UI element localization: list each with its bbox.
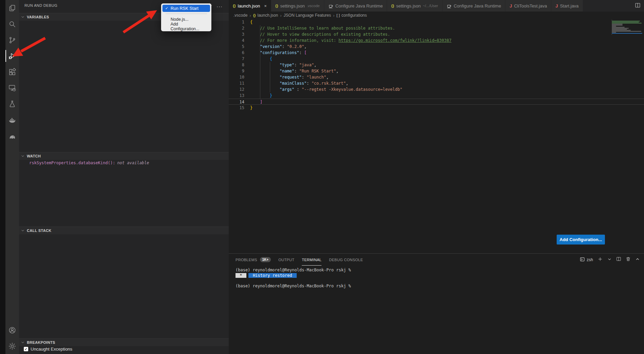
tab-settings-json[interactable]: {}settings.json.vscode (271, 0, 324, 12)
tab-bar-actions (631, 0, 644, 12)
panel-tab-terminal[interactable]: TERMINAL (302, 254, 321, 266)
kill-terminal-icon[interactable] (626, 256, 631, 263)
activity-item-extensions[interactable] (5, 64, 19, 80)
line-number[interactable]: 4 (229, 37, 250, 44)
code-line[interactable]: 9 "name": "Run RSK Start", (229, 68, 644, 74)
section-header-call-stack[interactable]: CALL STACK (19, 226, 229, 234)
tab-clitoolstest-java[interactable]: JCliToolsTest.java (505, 0, 551, 12)
code-line[interactable]: 7 { (229, 56, 644, 62)
debug-config-menu: ✓Run RSK StartNode.js...Add Configuratio… (161, 3, 211, 31)
tab-launch-json[interactable]: {}launch.json× (229, 0, 271, 12)
line-number[interactable]: 7 (229, 56, 250, 62)
breadcrumb-item[interactable]: [ ]configurations (336, 13, 367, 18)
split-terminal-icon[interactable] (616, 256, 621, 263)
line-number[interactable]: 5 (229, 44, 250, 50)
line-number[interactable]: 11 (229, 80, 250, 86)
activity-item-run-and-debug[interactable] (5, 48, 19, 64)
section-label: BREAKPOINTS (27, 340, 55, 344)
chevron-down-icon (21, 229, 25, 233)
gradle-icon (8, 132, 16, 140)
terminal-dropdown-chevron-icon[interactable] (607, 257, 612, 263)
activity-item-account[interactable] (5, 322, 19, 338)
activity-item-settings-gear[interactable] (5, 338, 19, 354)
code-line[interactable]: 4 // For more information, visit: https:… (229, 37, 644, 44)
code-line[interactable]: 5 "version": "0.2.0", (229, 44, 644, 50)
bottom-panel: PROBLEMS1K+OUTPUTTERMINALDEBUG CONSOLE z… (229, 253, 644, 354)
line-number[interactable]: 15 (229, 105, 250, 111)
code-line[interactable]: 6 "configurations": [ (229, 50, 644, 56)
menu-item-add-configuration[interactable]: Add Configuration... (162, 23, 210, 30)
line-number[interactable]: 6 (229, 50, 250, 56)
section-label: CALL STACK (27, 229, 51, 233)
close-icon[interactable]: × (264, 3, 267, 9)
panel-tab-debug-console[interactable]: DEBUG CONSOLE (329, 254, 363, 266)
terminal-shell-chip[interactable]: zsh (580, 257, 593, 263)
activity-bar-bottom (5, 322, 19, 354)
tabs: {}launch.json×{}settings.json.vscodeConf… (229, 0, 583, 12)
line-number[interactable]: 14 (229, 99, 250, 104)
minimap[interactable] (612, 19, 642, 37)
file-icon-braces: {} (233, 4, 236, 8)
add-configuration-button[interactable]: Add Configuration... (557, 235, 605, 245)
activity-item-docker[interactable] (5, 112, 19, 128)
breadcrumb-item[interactable]: JSON Language Features (284, 13, 331, 18)
code-line[interactable]: 1{ (229, 19, 644, 25)
watch-expression-row[interactable]: rskSystemProperties.databaseKind():not a… (29, 161, 149, 165)
code-editor[interactable]: 1{2 // Use IntelliSense to learn about p… (229, 19, 644, 253)
code-line[interactable]: 14 ] (229, 99, 644, 105)
activity-item-source-control[interactable] (5, 32, 19, 48)
tab-label: Configure Java Runtime (335, 3, 383, 9)
split-editor-icon[interactable] (635, 2, 641, 10)
terminal-output[interactable]: (base) reynoldmorel@Reynolds-MacBook-Pro… (236, 268, 641, 289)
breadcrumb-item[interactable]: .vscode (233, 13, 247, 18)
activity-bar-top (5, 0, 19, 144)
code-line[interactable]: 8 "type": "java", (229, 62, 644, 68)
code-line[interactable]: 11 "mainClass": "co.rsk.Start", (229, 80, 644, 86)
new-terminal-icon[interactable] (597, 256, 603, 263)
breadcrumb-item[interactable]: {}launch.json (253, 13, 278, 18)
panel-tab-output[interactable]: OUTPUT (278, 254, 294, 266)
line-number[interactable]: 12 (229, 86, 250, 92)
code-line[interactable]: 2 // Use IntelliSense to learn about pos… (229, 25, 644, 31)
uncaught-exceptions-checkbox[interactable]: ✓ (24, 347, 28, 351)
tab-settings-json[interactable]: {}settings.json~/.../User (387, 0, 442, 12)
line-number[interactable]: 9 (229, 68, 250, 74)
menu-item-label: Node.js... (171, 17, 189, 22)
tab-detail: ~/.../User (423, 4, 438, 8)
activity-item-remote-explorer[interactable] (5, 80, 19, 96)
activity-item-testing[interactable] (5, 96, 19, 112)
tab-start-java[interactable]: JStart.java (551, 0, 583, 12)
panel-tab-label: PROBLEMS (236, 258, 257, 262)
menu-item-run-rsk-start[interactable]: ✓Run RSK Start (162, 5, 210, 12)
minimap-line (612, 31, 641, 32)
code-line[interactable]: 10 "request": "launch", (229, 74, 644, 80)
section-header-breakpoints[interactable]: BREAKPOINTS (19, 338, 229, 346)
file-icon-braces: {} (391, 4, 394, 8)
activity-item-gradle[interactable] (5, 128, 19, 144)
code-line[interactable]: 3 // Hover to view descriptions of exist… (229, 31, 644, 37)
more-actions-icon[interactable]: ··· (216, 3, 223, 9)
code-line[interactable]: 13 } (229, 92, 644, 99)
panel-tab-problems[interactable]: PROBLEMS1K+ (236, 254, 271, 266)
line-number[interactable]: 13 (229, 92, 250, 99)
code-text: "mainClass": "co.rsk.Start", (250, 80, 348, 86)
code-text: "request": "launch", (250, 74, 329, 80)
line-number[interactable]: 10 (229, 74, 250, 80)
breadcrumb: .vscode›{}launch.json›JSON Language Feat… (233, 12, 644, 19)
activity-item-search[interactable] (5, 16, 19, 32)
line-number[interactable]: 3 (229, 31, 250, 37)
activity-item-explorer[interactable] (5, 0, 19, 16)
breadcrumb-separator: › (249, 13, 251, 18)
code-line[interactable]: 15} (229, 105, 644, 111)
section-header-watch[interactable]: WATCH (19, 152, 229, 160)
code-line[interactable]: 12 "args" : "--regtest -Xkeyvalue.dataso… (229, 86, 644, 92)
tab-configure-java-runtime[interactable]: Configure Java Runtime (442, 0, 505, 12)
line-number[interactable]: 2 (229, 25, 250, 31)
remote-explorer-icon (8, 84, 16, 92)
file-icon-java-letter: J (509, 3, 512, 9)
maximize-panel-icon[interactable] (635, 257, 640, 263)
tab-label: Start.java (560, 3, 579, 9)
tab-configure-java-runtime[interactable]: Configure Java Runtime (324, 0, 387, 12)
line-number[interactable]: 1 (229, 19, 250, 25)
line-number[interactable]: 8 (229, 62, 250, 68)
